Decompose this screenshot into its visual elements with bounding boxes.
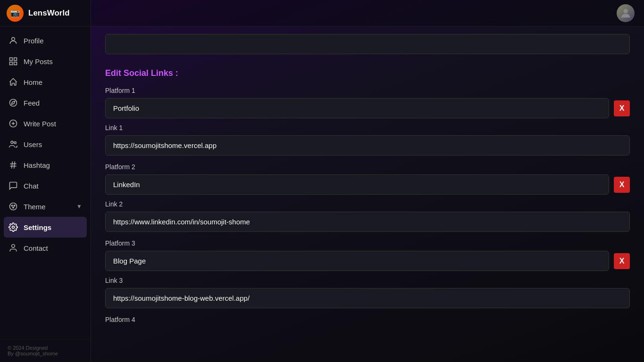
sidebar-item-settings[interactable]: Settings [4, 217, 87, 238]
sidebar-label-theme: Theme [24, 203, 46, 211]
svg-point-20 [12, 245, 15, 248]
platform-3-label: Platform 3 [105, 239, 630, 247]
svg-rect-1 [10, 58, 13, 61]
svg-point-15 [10, 203, 17, 210]
link-2-label: Link 2 [105, 200, 630, 208]
platform-1-input[interactable] [105, 98, 609, 118]
sidebar-item-my-posts[interactable]: My Posts [0, 51, 91, 72]
platform-1-label: Platform 1 [105, 87, 630, 94]
sidebar-label-feed: Feed [24, 99, 40, 107]
platform-3-delete-btn[interactable]: X [614, 253, 630, 269]
app-title: LensWorld [28, 8, 70, 18]
platform-3-input[interactable] [105, 251, 609, 271]
grid-icon [8, 57, 18, 66]
sidebar-label-home: Home [24, 78, 42, 86]
compass-icon [8, 98, 18, 107]
svg-line-14 [14, 162, 15, 169]
sidebar-item-write-post[interactable]: Write Post [0, 113, 91, 134]
platform-4-block: Platform 4 [105, 316, 630, 323]
link-2-input-wrap [105, 212, 630, 232]
svg-point-17 [14, 205, 15, 206]
sidebar: 📷 LensWorld Profile [0, 0, 91, 362]
nav-items: Profile My Posts Home [0, 26, 91, 339]
svg-rect-3 [10, 62, 13, 65]
link-1-input[interactable] [105, 135, 630, 156]
svg-point-10 [14, 142, 16, 144]
platform-3-input-row: X [105, 251, 630, 271]
sidebar-item-profile[interactable]: Profile [0, 30, 91, 51]
platform-2-block: Platform 2 X Link 2 [105, 163, 630, 232]
svg-rect-4 [14, 62, 17, 65]
link-1-label: Link 1 [105, 124, 630, 132]
section-title: Edit Social Links : [105, 68, 630, 78]
sidebar-item-chat[interactable]: Chat [0, 175, 91, 196]
sidebar-item-home[interactable]: Home [0, 72, 91, 92]
sidebar-label-contact: Contact [24, 244, 48, 252]
svg-rect-2 [14, 58, 17, 61]
sidebar-label-write-post: Write Post [24, 120, 56, 128]
hash-icon [8, 160, 18, 170]
footer-line2: By @soumojit_shome [8, 351, 83, 356]
people-icon [8, 140, 18, 149]
palette-icon [8, 202, 18, 211]
svg-point-21 [623, 8, 627, 13]
link-3-label: Link 3 [105, 277, 630, 284]
link-3-input[interactable] [105, 288, 630, 308]
sidebar-label-users: Users [24, 140, 42, 148]
sidebar-label-chat: Chat [24, 182, 39, 190]
sidebar-item-theme[interactable]: Theme ▼ [0, 196, 91, 217]
platform-1-block: Platform 1 X Link 1 [105, 87, 630, 156]
top-empty-input[interactable] [105, 34, 630, 54]
sidebar-item-users[interactable]: Users [0, 134, 91, 155]
svg-point-9 [11, 141, 13, 143]
platform-1-delete-btn[interactable]: X [614, 100, 630, 116]
sidebar-label-hashtag: Hashtag [24, 161, 50, 169]
chevron-down-icon: ▼ [76, 203, 82, 210]
sidebar-item-hashtag[interactable]: Hashtag [0, 155, 91, 175]
sidebar-label-settings: Settings [24, 223, 51, 231]
svg-point-0 [12, 37, 15, 41]
sidebar-label-my-posts: My Posts [24, 58, 53, 66]
svg-point-5 [10, 99, 17, 107]
platform-2-delete-btn[interactable]: X [614, 177, 630, 193]
user-avatar-top[interactable] [617, 4, 635, 22]
plus-icon [8, 119, 18, 128]
platform-2-input[interactable] [105, 174, 609, 195]
footer-line1: © 2024 Designed [8, 345, 83, 351]
svg-point-16 [11, 205, 13, 206]
app-logo-row: 📷 LensWorld [0, 0, 91, 26]
chat-icon [8, 181, 18, 190]
contact-icon [8, 243, 18, 253]
platform-1-input-row: X [105, 98, 630, 118]
sidebar-item-contact[interactable]: Contact [0, 238, 91, 258]
platform-2-label: Platform 2 [105, 163, 630, 171]
sidebar-label-profile: Profile [24, 37, 44, 45]
person-icon [8, 36, 18, 45]
settings-icon [8, 222, 18, 232]
app-logo-icon: 📷 [7, 5, 24, 22]
sidebar-item-feed[interactable]: Feed [0, 92, 91, 113]
link-1-input-wrap [105, 135, 630, 156]
platform-3-block: Platform 3 X Link 3 [105, 239, 630, 308]
sidebar-footer: © 2024 Designed By @soumojit_shome [0, 339, 91, 362]
platform-4-label: Platform 4 [105, 316, 630, 323]
link-2-input[interactable] [105, 212, 630, 232]
link-3-input-wrap [105, 288, 630, 308]
svg-point-19 [12, 226, 15, 229]
home-icon [8, 77, 18, 87]
platform-2-input-row: X [105, 174, 630, 195]
svg-point-18 [13, 207, 14, 208]
svg-line-13 [12, 162, 13, 169]
